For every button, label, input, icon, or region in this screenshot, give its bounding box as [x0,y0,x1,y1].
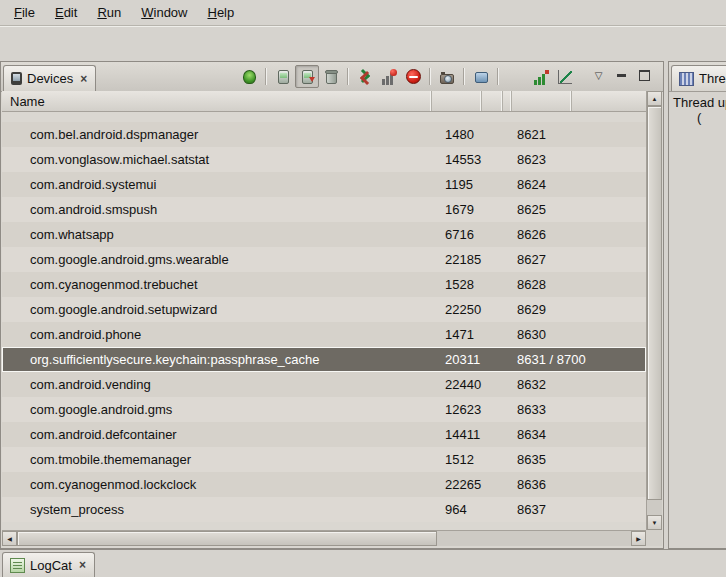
column-header [572,91,646,111]
column-header[interactable] [432,91,482,111]
process-name: system_process [2,502,432,517]
vertical-scrollbar-thumb[interactable] [647,106,662,500]
maximize-icon[interactable] [638,69,651,82]
allocation-tracker-icon[interactable] [529,65,553,88]
screen-capture-icon[interactable] [435,65,459,88]
logcat-icon [10,558,25,573]
process-port: 8629 [511,302,621,317]
horizontal-scrollbar-thumb[interactable] [17,531,437,546]
process-pid: 22265 [432,477,482,492]
table-row[interactable]: org.sufficientlysecure.keychain:passphra… [2,347,646,372]
main-toolbar [0,26,726,62]
tab-threads[interactable]: Threads [671,65,726,91]
process-name: com.vonglasow.michael.satstat [2,152,432,167]
process-port: 8633 [511,402,621,417]
process-pid: 1528 [432,277,482,292]
vertical-scrollbar[interactable]: ▲ ▼ [646,91,662,530]
dump-hprof-icon[interactable] [295,65,319,88]
minimize-icon[interactable] [615,69,628,82]
toolbar-separator [463,68,465,85]
table-row[interactable]: com.google.android.setupwizard222508629 [2,297,646,322]
table-header: Name [2,91,662,112]
process-pid: 1480 [432,127,482,142]
view-menu-icon[interactable]: ▽ [592,69,605,82]
table-row[interactable]: com.android.smspush16798625 [2,197,646,222]
process-name: com.bel.android.dspmanager [2,127,432,142]
tab-devices[interactable]: Devices × [3,65,96,91]
process-port: 8634 [511,427,621,442]
stop-process-icon[interactable] [401,65,425,88]
table-row[interactable]: com.tmobile.thememanager15128635 [2,447,646,472]
toolbar-separator [429,68,431,85]
table-row[interactable]: com.android.defcontainer144118634 [2,422,646,447]
scroll-down-icon[interactable]: ▼ [647,515,662,530]
menu-file[interactable]: File [4,2,45,23]
process-name: com.android.defcontainer [2,427,432,442]
screen-record-icon[interactable] [469,65,493,88]
debug-process-icon[interactable] [237,65,261,88]
process-name: com.tmobile.thememanager [2,452,432,467]
column-header[interactable] [482,91,503,111]
process-name: com.android.phone [2,327,432,342]
menu-edit[interactable]: Edit [45,2,87,23]
process-pid: 22185 [432,252,482,267]
tab-label: LogCat [30,558,72,573]
process-port: 8637 [511,502,621,517]
process-pid: 22440 [432,377,482,392]
devices-tabbar: Devices × ▽ [1,62,663,92]
main-area: Devices × ▽ Name com.bel.android.dspmana… [0,61,726,549]
process-port: 8635 [511,452,621,467]
process-pid: 12623 [432,402,482,417]
method-profiling-icon[interactable] [377,65,401,88]
process-name: com.android.vending [2,377,432,392]
column-header[interactable] [503,91,512,111]
threads-icon [679,72,694,86]
process-name: com.google.android.gms.wearable [2,252,432,267]
process-name: com.google.android.gms [2,402,432,417]
column-header-name[interactable]: Name [2,91,432,111]
scroll-right-icon[interactable]: ▶ [631,531,646,546]
table-row[interactable]: system_process9648637 [2,497,646,522]
process-pid: 20311 [432,352,482,367]
process-port: 8627 [511,252,621,267]
table-row[interactable]: com.whatsapp67168626 [2,222,646,247]
menu-window[interactable]: Window [131,2,197,23]
table-row[interactable]: com.vonglasow.michael.satstat145538623 [2,147,646,172]
update-threads-icon[interactable] [353,65,377,88]
table-row[interactable]: com.cyanogenmod.trebuchet15288628 [2,272,646,297]
table-row[interactable]: com.android.phone14718630 [2,322,646,347]
tab-label: Threads [699,71,726,86]
close-tab-icon[interactable]: × [79,72,88,86]
process-port: 8632 [511,377,621,392]
table-row[interactable]: com.cyanogenmod.lockclock222658636 [2,472,646,497]
process-name: com.android.smspush [2,202,432,217]
table-row[interactable]: com.google.android.gms126238633 [2,397,646,422]
scrollbar-corner [646,530,662,546]
process-pid: 1471 [432,327,482,342]
table-row[interactable]: com.google.android.gms.wearable221858627 [2,247,646,272]
threads-message-line: Thread up [673,95,726,110]
table-row[interactable]: com.android.systemui11958624 [2,172,646,197]
device-icon [11,72,22,85]
panel-controls: ▽ [592,69,651,82]
cause-gc-icon[interactable] [319,65,343,88]
menu-bar: File Edit Run Window Help [0,0,726,26]
process-pid: 14553 [432,152,482,167]
process-pid: 6716 [432,227,482,242]
table-row[interactable]: com.android.vending224408632 [2,372,646,397]
tab-logcat[interactable]: LogCat × [2,552,95,577]
column-header[interactable] [512,91,572,111]
horizontal-scrollbar[interactable]: ◀ ▶ [2,530,646,546]
process-pid: 964 [432,502,482,517]
process-port: 8631 / 8700 [511,352,621,367]
table-row[interactable]: com.bel.android.dspmanager14808621 [2,122,646,147]
scroll-left-icon[interactable]: ◀ [2,531,17,546]
update-heap-icon[interactable] [271,65,295,88]
network-stats-icon[interactable] [553,65,577,88]
bottom-tabbar: LogCat × [0,549,726,577]
process-port: 8636 [511,477,621,492]
menu-run[interactable]: Run [87,2,131,23]
close-tab-icon[interactable]: × [78,558,87,572]
scroll-up-icon[interactable]: ▲ [647,91,662,106]
menu-help[interactable]: Help [197,2,244,23]
